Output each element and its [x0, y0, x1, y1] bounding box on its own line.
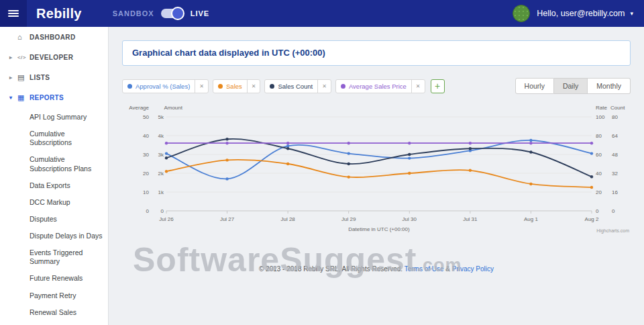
filter-chip[interactable]: Average Sales Price✕ — [335, 79, 425, 93]
remove-chip-icon[interactable]: ✕ — [195, 80, 208, 93]
svg-text:32: 32 — [612, 171, 618, 177]
chip-label: Approval % (Sales) — [136, 83, 190, 90]
svg-text:Jul 26: Jul 26 — [159, 216, 174, 222]
svg-text:Amount: Amount — [164, 105, 182, 111]
sidebar-report-item[interactable]: Disputes — [0, 211, 108, 228]
sidebar-report-item[interactable]: Future Renewals — [0, 270, 108, 287]
add-series-button[interactable]: + — [431, 79, 445, 93]
svg-text:4k: 4k — [158, 133, 164, 139]
svg-text:16: 16 — [612, 189, 618, 195]
reports-icon: ▦ — [17, 93, 30, 102]
chips-row: Approval % (Sales)✕Sales✕Sales Count✕Ave… — [122, 79, 425, 93]
sidebar-report-item[interactable]: Dispute Delays in Days — [0, 228, 108, 244]
svg-text:Count: Count — [610, 105, 625, 111]
sidebar-item-developer[interactable]: ▸ </> DEVELOPER — [0, 47, 108, 67]
period-button-monthly[interactable]: Monthly — [588, 78, 631, 94]
series-dot — [341, 84, 345, 89]
sidebar: ⌂ DASHBOARD ▸ </> DEVELOPER ▸ ▤ LISTS ▾ … — [0, 27, 109, 325]
terms-link[interactable]: Terms of Use — [405, 265, 444, 273]
sidebar-item-label: REPORTS — [30, 94, 64, 101]
remove-chip-icon[interactable]: ✕ — [247, 80, 260, 93]
chart-svg: 505k10080404k8064303k6048202k4032101k201… — [122, 102, 631, 240]
period-toggle-group: HourlyDailyMonthly — [515, 78, 631, 94]
remove-chip-icon[interactable]: ✕ — [411, 80, 425, 93]
sidebar-report-item[interactable]: Events Triggered Summary — [0, 244, 108, 270]
svg-text:40: 40 — [596, 171, 602, 177]
svg-text:100: 100 — [596, 114, 605, 120]
home-icon: ⌂ — [17, 33, 30, 41]
toggle-knob[interactable] — [171, 7, 184, 20]
topbar: Rebilly SANDBOX LIVE Hello, user@rebilly… — [0, 0, 644, 27]
svg-text:60: 60 — [596, 152, 602, 158]
environment-toggle[interactable] — [161, 9, 184, 18]
svg-text:Highcharts.com: Highcharts.com — [596, 228, 629, 234]
svg-text:80: 80 — [612, 114, 618, 120]
sidebar-item-label: DEVELOPER — [30, 54, 73, 61]
sidebar-report-item[interactable]: DCC Markup — [0, 194, 108, 211]
svg-text:10: 10 — [143, 189, 149, 195]
report-subitems: API Log SummaryCumulative SubscriptionsC… — [0, 107, 108, 325]
chip-label: Sales Count — [278, 83, 313, 90]
main-content: Graphical chart data displayed in UTC (+… — [109, 27, 644, 325]
svg-text:3k: 3k — [158, 152, 164, 158]
sidebar-report-item[interactable]: Retention Percentage — [0, 321, 108, 325]
svg-text:40: 40 — [143, 133, 149, 139]
copyright-text: © 2013 - 2018 Rebilly SRL, All Rights Re… — [259, 265, 402, 273]
svg-text:Aug 2: Aug 2 — [585, 216, 599, 222]
svg-text:30: 30 — [143, 152, 149, 158]
series-dot — [270, 84, 274, 89]
svg-text:20: 20 — [143, 171, 149, 177]
chevron-down-icon[interactable]: ▾ — [630, 10, 633, 17]
sandbox-label: SANDBOX — [113, 9, 154, 17]
menu-icon[interactable] — [0, 0, 27, 27]
svg-text:5k: 5k — [158, 114, 164, 120]
user-menu[interactable]: Hello, user@rebilly.com ▾ — [513, 5, 644, 22]
user-greeting: Hello, user@rebilly.com — [537, 9, 625, 18]
code-icon: </> — [17, 54, 30, 60]
sidebar-report-item[interactable]: Data Exports — [0, 177, 108, 194]
svg-text:Jul 28: Jul 28 — [280, 216, 295, 222]
caret-right-icon: ▸ — [9, 54, 17, 60]
sidebar-item-dashboard[interactable]: ⌂ DASHBOARD — [0, 27, 108, 47]
chart-controls: Approval % (Sales)✕Sales✕Sales Count✕Ave… — [122, 78, 631, 94]
sidebar-item-label: LISTS — [30, 74, 50, 81]
svg-text:64: 64 — [612, 133, 618, 139]
sidebar-report-item[interactable]: Cumulative Subscriptions — [0, 126, 108, 151]
sidebar-report-item[interactable]: API Log Summary — [0, 109, 108, 126]
sidebar-report-item[interactable]: Renewal Sales — [0, 304, 108, 321]
svg-text:Jul 27: Jul 27 — [220, 216, 235, 222]
filter-chip[interactable]: Approval % (Sales)✕ — [122, 79, 209, 93]
svg-text:Aug 1: Aug 1 — [524, 216, 538, 222]
caret-right-icon: ▸ — [9, 75, 17, 81]
svg-text:Jul 31: Jul 31 — [463, 216, 478, 222]
series-dot — [218, 84, 223, 89]
svg-text:Average: Average — [129, 105, 149, 111]
sidebar-report-item[interactable]: Cumulative Subscriptions Plans — [0, 151, 108, 177]
utc-notice-banner: Graphical chart data displayed in UTC (+… — [122, 40, 631, 66]
remove-chip-icon[interactable]: ✕ — [317, 80, 331, 93]
chip-label: Sales — [226, 83, 242, 90]
sidebar-item-reports[interactable]: ▾ ▦ REPORTS — [0, 87, 108, 107]
svg-text:48: 48 — [612, 152, 618, 158]
svg-text:0: 0 — [146, 208, 150, 214]
footer: © 2013 - 2018 Rebilly SRL, All Rights Re… — [109, 265, 644, 273]
filter-chip[interactable]: Sales✕ — [213, 79, 260, 93]
sidebar-report-item[interactable]: Payment Retry — [0, 287, 108, 304]
avatar[interactable] — [513, 5, 530, 22]
privacy-link[interactable]: Privacy Policy — [452, 265, 494, 273]
chip-label: Average Sales Price — [349, 83, 407, 90]
caret-down-icon: ▾ — [9, 95, 17, 101]
period-button-hourly[interactable]: Hourly — [515, 78, 554, 94]
lists-icon: ▤ — [17, 73, 30, 82]
svg-text:2k: 2k — [158, 171, 164, 177]
filter-chip[interactable]: Sales Count✕ — [264, 79, 331, 93]
sidebar-item-lists[interactable]: ▸ ▤ LISTS — [0, 67, 108, 87]
svg-text:Jul 30: Jul 30 — [402, 216, 417, 222]
svg-text:Datetime in UTC (+00:00): Datetime in UTC (+00:00) — [348, 226, 410, 232]
svg-text:80: 80 — [596, 133, 602, 139]
svg-text:0: 0 — [596, 208, 599, 214]
watermark: SoftwareSuggest.com — [133, 240, 462, 279]
sidebar-item-label: DASHBOARD — [30, 34, 76, 41]
period-button-daily[interactable]: Daily — [554, 78, 588, 94]
svg-text:0: 0 — [161, 208, 164, 214]
